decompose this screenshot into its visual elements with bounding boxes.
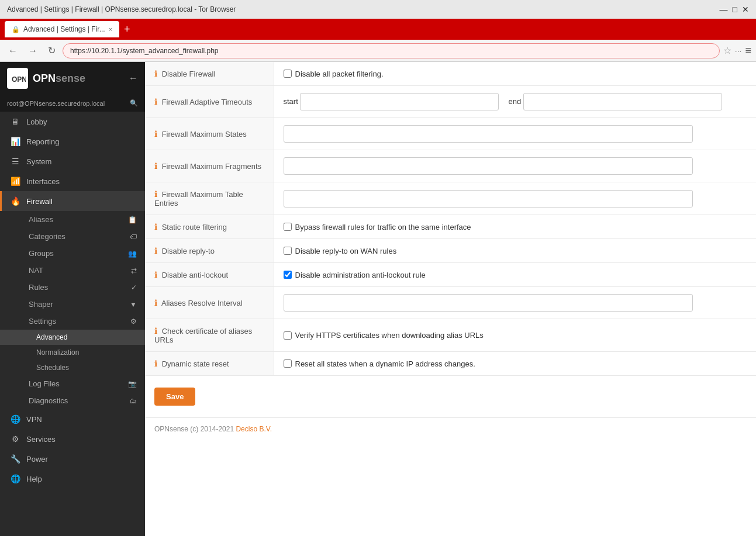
info-icon-max-table-entries[interactable]: ℹ	[154, 189, 157, 199]
sidebar-item-categories[interactable]: Categories 🏷	[0, 228, 145, 245]
minimize-button[interactable]: —	[720, 5, 728, 14]
save-button[interactable]: Save	[154, 388, 195, 406]
check-certificate-text: Verify HTTPS certificates when downloadi…	[295, 331, 484, 340]
sidebar-item-advanced[interactable]: Advanced	[0, 330, 145, 345]
info-icon-adaptive-timeouts[interactable]: ℹ	[154, 97, 157, 106]
power-icon: 🔧	[10, 454, 20, 464]
bookmark-icon[interactable]: ☆	[723, 45, 731, 56]
sidebar-item-categories-label: Categories	[29, 232, 65, 241]
sidebar-item-power[interactable]: 🔧 Power	[0, 449, 145, 469]
sidebar-item-schedules[interactable]: Schedules	[0, 360, 145, 375]
table-row-max-states: ℹ Firewall Maximum States	[145, 118, 756, 150]
maximize-button[interactable]: □	[733, 5, 737, 14]
sidebar-item-reporting[interactable]: 📊 Reporting	[0, 132, 145, 151]
main-content: ℹ Disable Firewall Disable all packet fi…	[145, 62, 756, 536]
collapse-sidebar-button[interactable]: ←	[129, 73, 138, 84]
sidebar-item-system-label: System	[26, 157, 51, 166]
tab-favicon: 🔒	[12, 26, 20, 33]
sidebar-item-system[interactable]: ☰ System	[0, 151, 145, 171]
sidebar-item-shaper[interactable]: Shaper ▼	[0, 296, 145, 313]
sidebar-item-diagnostics[interactable]: Diagnostics 🗂	[0, 392, 145, 409]
adaptive-end-input[interactable]	[523, 93, 722, 110]
reload-button[interactable]: ↻	[44, 44, 59, 57]
table-row-adaptive-timeouts: ℹ Firewall Adaptive Timeouts start end	[145, 86, 756, 118]
new-tab-button[interactable]: +	[124, 23, 130, 36]
info-icon-max-states[interactable]: ℹ	[154, 129, 157, 139]
label-aliases-resolve-interval: ℹ Aliases Resolve Interval	[145, 287, 274, 319]
aliases-resolve-interval-input[interactable]	[284, 294, 693, 312]
sidebar-item-aliases[interactable]: Aliases 📋	[0, 211, 145, 228]
info-icon-max-fragments[interactable]: ℹ	[154, 161, 157, 171]
sidebar-item-interfaces[interactable]: 📶 Interfaces	[0, 171, 145, 191]
info-icon-aliases-resolve-interval[interactable]: ℹ	[154, 298, 157, 307]
sidebar-item-nat[interactable]: NAT ⇄	[0, 262, 145, 279]
sidebar-item-diagnostics-label: Diagnostics	[29, 396, 68, 405]
logo-area: OPN OPNsense	[7, 68, 85, 89]
disable-firewall-checkbox[interactable]	[284, 70, 292, 78]
info-icon-static-route-filtering[interactable]: ℹ	[154, 222, 157, 231]
sidebar-item-lobby[interactable]: 🖥 Lobby	[0, 112, 145, 132]
menu-button[interactable]: ≡	[745, 44, 751, 57]
reporting-icon: 📊	[10, 137, 20, 146]
table-row-aliases-resolve-interval: ℹ Aliases Resolve Interval	[145, 287, 756, 319]
table-row-max-table-entries: ℹ Firewall Maximum Table Entries	[145, 182, 756, 215]
info-icon-check-certificate[interactable]: ℹ	[154, 326, 157, 336]
disable-reply-to-checkbox[interactable]	[284, 247, 292, 255]
close-button[interactable]: ✕	[742, 5, 749, 14]
system-icon: ☰	[10, 157, 20, 166]
dynamic-state-reset-label: Reset all states when a dynamic IP addre…	[284, 359, 747, 368]
rules-icon: ✓	[131, 283, 137, 292]
sidebar-item-help[interactable]: 🌐 Help	[0, 469, 145, 489]
label-max-table-entries: ℹ Firewall Maximum Table Entries	[145, 182, 274, 215]
dynamic-state-reset-checkbox[interactable]	[284, 359, 292, 368]
sidebar-item-schedules-label: Schedules	[36, 364, 69, 372]
check-certificate-checkbox[interactable]	[284, 331, 292, 340]
max-table-entries-input[interactable]	[284, 190, 693, 208]
footer-link[interactable]: Deciso B.V.	[236, 425, 272, 433]
sidebar-item-log-files[interactable]: Log Files 📷	[0, 375, 145, 392]
label-max-fragments: ℹ Firewall Maximum Fragments	[145, 150, 274, 182]
aliases-icon: 📋	[128, 216, 137, 224]
tab-bar: 🔒 Advanced | Settings | Fir... × +	[0, 19, 756, 40]
sidebar-item-rules-label: Rules	[29, 283, 48, 292]
address-bar[interactable]	[63, 43, 720, 58]
info-icon-disable-firewall[interactable]: ℹ	[154, 69, 157, 78]
sidebar-item-firewall[interactable]: 🔥 Firewall	[0, 191, 145, 211]
window-title: Advanced | Settings | Firewall | OPNsens…	[7, 5, 236, 13]
disable-anti-lockout-checkbox[interactable]	[284, 271, 292, 279]
sidebar-item-interfaces-label: Interfaces	[26, 177, 60, 186]
back-button[interactable]: ←	[5, 44, 21, 57]
table-row-max-fragments: ℹ Firewall Maximum Fragments	[145, 150, 756, 182]
sidebar-item-normalization-label: Normalization	[36, 348, 79, 357]
title-bar: Advanced | Settings | Firewall | OPNsens…	[0, 0, 756, 19]
sidebar-item-lobby-label: Lobby	[26, 117, 47, 126]
adaptive-start-input[interactable]	[300, 93, 499, 110]
end-label: end	[508, 97, 521, 106]
tab-label: Advanced | Settings | Fir...	[23, 25, 105, 33]
sidebar-item-groups[interactable]: Groups 👥	[0, 245, 145, 262]
active-tab[interactable]: 🔒 Advanced | Settings | Fir... ×	[5, 21, 119, 37]
max-fragments-input[interactable]	[284, 157, 693, 175]
disable-reply-to-label: Disable reply-to on WAN rules	[284, 247, 747, 255]
footer-text: OPNsense (c) 2014-2021	[154, 425, 236, 433]
window-controls[interactable]: — □ ✕	[720, 5, 749, 14]
sidebar-item-vpn[interactable]: 🌐 VPN	[0, 409, 145, 429]
info-icon-disable-reply-to[interactable]: ℹ	[154, 246, 157, 255]
search-icon[interactable]: 🔍	[130, 99, 138, 107]
content-inner: ℹ Disable Firewall Disable all packet fi…	[145, 62, 756, 440]
sidebar-item-services[interactable]: ⚙ Services	[0, 429, 145, 449]
nav-bar: ← → ↻ ☆ ··· ≡	[0, 40, 756, 62]
disable-anti-lockout-text: Disable administration anti-lockout rule	[295, 271, 426, 279]
forward-button[interactable]: →	[25, 44, 41, 57]
sidebar-item-normalization[interactable]: Normalization	[0, 345, 145, 360]
tab-close-button[interactable]: ×	[109, 26, 112, 33]
info-icon-disable-anti-lockout[interactable]: ℹ	[154, 270, 157, 279]
info-icon-dynamic-state-reset[interactable]: ℹ	[154, 359, 157, 368]
sidebar-item-settings[interactable]: Settings ⚙	[0, 313, 145, 330]
sidebar-item-reporting-label: Reporting	[26, 137, 59, 146]
max-states-input[interactable]	[284, 125, 693, 143]
static-route-filtering-checkbox[interactable]	[284, 223, 292, 231]
sidebar-item-rules[interactable]: Rules ✓	[0, 279, 145, 296]
more-options-icon[interactable]: ···	[735, 46, 742, 56]
user-bar: root@OPNsense.securedrop.local 🔍	[0, 95, 145, 112]
